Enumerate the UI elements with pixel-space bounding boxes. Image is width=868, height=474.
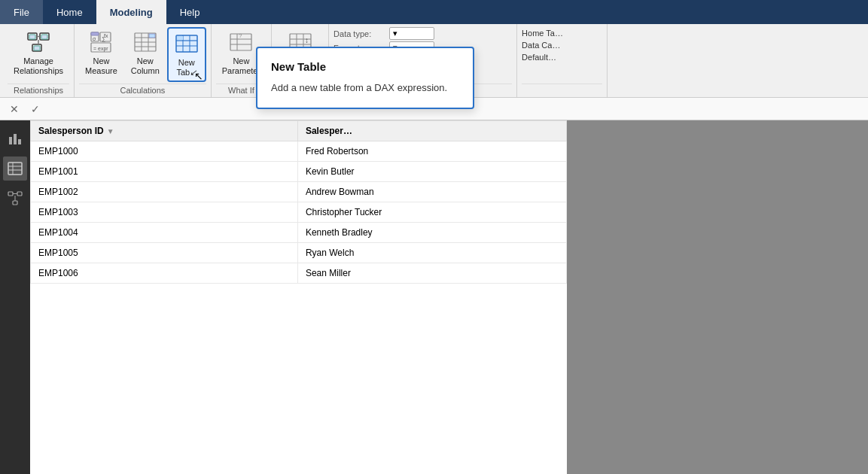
- tab-modeling[interactable]: Modeling: [96, 0, 166, 24]
- salesperson-name-cell: Fred Robertson: [297, 141, 566, 162]
- filter-icon[interactable]: ▼: [107, 127, 114, 135]
- table-row: EMP1005Ryan Welch: [31, 243, 567, 263]
- formula-actions: ✕ ✓: [6, 101, 44, 117]
- sidebar-icon-report[interactable]: [3, 126, 27, 150]
- data-type-row: Data type: ▾: [333, 27, 512, 40]
- svg-rect-3: [41, 35, 47, 39]
- tooltip-description: Add a new table from a DAX expression.: [271, 81, 459, 96]
- svg-rect-48: [17, 192, 22, 196]
- new-parameter-icon: ?: [229, 30, 253, 54]
- salesperson-id-cell: EMP1000: [31, 141, 298, 162]
- svg-text:= expr: = expr: [93, 46, 108, 52]
- table-row: EMP1001Kevin Butler: [31, 162, 567, 182]
- calculations-group-label: Calculations: [79, 84, 206, 97]
- salesperson-id-cell: EMP1001: [31, 162, 298, 182]
- ribbon-bar: ManageRelationships Relationships σ ∑ fx: [0, 24, 868, 98]
- ribbon-tabs: File Home Modeling Help: [0, 0, 868, 24]
- new-table-button[interactable]: NewTab↙ ↖: [167, 27, 206, 82]
- manage-relationships-icon: [26, 30, 50, 54]
- new-table-label: NewTab↙: [176, 58, 196, 77]
- right-panel: [567, 120, 868, 474]
- table-row: EMP1002Andrew Bowman: [31, 182, 567, 202]
- new-measure-icon: σ ∑ fx = expr: [89, 30, 113, 54]
- new-parameter-label: NewParameter: [222, 56, 260, 76]
- salesperson-name-cell: Kenneth Bradley: [297, 223, 566, 243]
- svg-rect-9: [91, 32, 99, 35]
- ribbon-group-relationships: ManageRelationships Relationships: [3, 24, 75, 97]
- svg-rect-49: [13, 201, 17, 205]
- home-table-button[interactable]: Home Ta…: [522, 27, 602, 39]
- svg-rect-22: [149, 34, 155, 38]
- table-row: EMP1003Christopher Tucker: [31, 202, 567, 223]
- ribbon-group-calculations: σ ∑ fx = expr NewMeasure: [75, 24, 212, 97]
- manage-relationships-label: ManageRelationships: [14, 56, 63, 76]
- new-measure-label: NewMeasure: [85, 56, 117, 76]
- svg-rect-47: [8, 192, 13, 196]
- table-row: EMP1000Fred Robertson: [31, 141, 567, 162]
- salesperson-name-cell: Ryan Welch: [297, 243, 566, 263]
- new-column-button[interactable]: NewColumn: [125, 27, 166, 79]
- sidebar-icon-model[interactable]: [3, 187, 27, 211]
- salesperson-id-cell: EMP1003: [31, 202, 298, 223]
- salesperson-id-cell: EMP1006: [31, 263, 298, 284]
- data-category-button[interactable]: Data Ca…: [522, 39, 602, 51]
- tooltip-title: New Table: [271, 60, 459, 73]
- svg-text:↕: ↕: [305, 36, 309, 44]
- salesperson-id-cell: EMP1002: [31, 182, 298, 202]
- relationships-group-label: Relationships: [8, 84, 69, 97]
- new-column-icon: [133, 30, 157, 54]
- data-table: Salesperson ID ▼ Salesper… EMP1000Fred R…: [30, 120, 567, 474]
- data-type-label: Data type:: [333, 29, 386, 38]
- svg-rect-42: [18, 139, 21, 144]
- salesperson-id-cell: EMP1004: [31, 223, 298, 243]
- manage-relationships-button[interactable]: ManageRelationships: [8, 27, 69, 79]
- right-format-group-label: [522, 84, 602, 97]
- default-button[interactable]: Default…: [522, 51, 602, 63]
- svg-text:fx: fx: [104, 33, 108, 38]
- sidebar: [0, 120, 30, 474]
- app-container: Salesperson ID ▼ Salesper… EMP1000Fred R…: [0, 120, 868, 474]
- new-column-label: NewColumn: [131, 56, 160, 76]
- salesperson-name-cell: Kevin Butler: [297, 162, 566, 182]
- svg-text:σ: σ: [93, 36, 96, 41]
- svg-rect-41: [14, 134, 17, 144]
- table-row: EMP1006Sean Miller: [31, 263, 567, 284]
- salesperson-name-cell: Christopher Tucker: [297, 202, 566, 223]
- salesperson-name-cell: Andrew Bowman: [297, 182, 566, 202]
- tooltip-popup: New Table Add a new table from a DAX exp…: [256, 47, 474, 109]
- svg-rect-1: [29, 35, 35, 39]
- new-measure-button[interactable]: σ ∑ fx = expr NewMeasure: [79, 27, 123, 79]
- salesperson-name-cell: Sean Miller: [297, 263, 566, 284]
- tab-home[interactable]: Home: [43, 0, 96, 24]
- svg-rect-40: [9, 137, 12, 144]
- main-content: Salesperson ID ▼ Salesper… EMP1000Fred R…: [30, 120, 567, 474]
- new-table-icon: [175, 32, 199, 56]
- table-header-row: Salesperson ID ▼ Salesper…: [31, 121, 567, 141]
- svg-rect-43: [8, 163, 22, 175]
- salesperson-header[interactable]: Salesper…: [297, 121, 566, 141]
- salesperson-id-header[interactable]: Salesperson ID ▼: [31, 121, 298, 141]
- tab-help[interactable]: Help: [166, 0, 214, 24]
- tab-file[interactable]: File: [0, 0, 43, 24]
- svg-text:?: ?: [239, 32, 242, 39]
- confirm-formula-button[interactable]: ✓: [27, 101, 44, 117]
- svg-rect-6: [34, 46, 40, 50]
- table-row: EMP1004Kenneth Bradley: [31, 223, 567, 243]
- cancel-formula-button[interactable]: ✕: [6, 101, 23, 117]
- sidebar-icon-data[interactable]: [3, 156, 27, 181]
- data-type-dropdown[interactable]: ▾: [389, 27, 434, 40]
- svg-rect-28: [177, 36, 183, 40]
- salesperson-id-cell: EMP1005: [31, 243, 298, 263]
- ribbon-group-right-format: Home Ta… Data Ca… Default…: [517, 24, 608, 97]
